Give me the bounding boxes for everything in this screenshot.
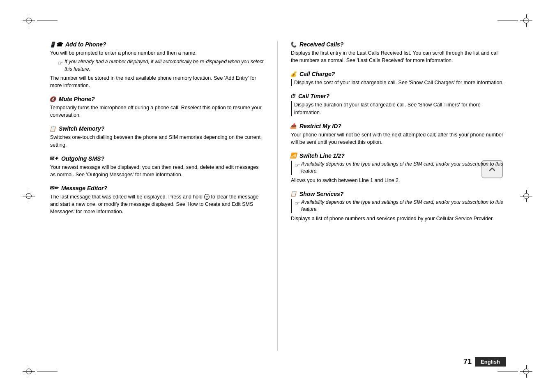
call-charge-icon: 💰 — [290, 71, 297, 77]
restrict-my-id-icon: 📤 — [290, 123, 297, 129]
left-column: 📱☎ Add to Phone? You will be prompted to… — [49, 41, 277, 351]
section-title-mute-phone: 🔇 Mute Phone? — [49, 96, 265, 102]
add-to-phone-para2: The number will be stored in the next av… — [50, 74, 265, 89]
mute-phone-para1: Temporarily turns the microphone off dur… — [50, 104, 265, 119]
section-title-switch-line: 📶 Switch Line 1/2? — [290, 152, 506, 159]
show-services-para1: Displays a list of phone numbers and ser… — [291, 215, 506, 222]
call-charge-body: Displays the cost of your last chargeabl… — [291, 79, 506, 86]
mute-phone-label: Mute Phone? — [59, 96, 95, 102]
section-switch-line: 📶 Switch Line 1/2? ☞ Availability depend… — [290, 152, 506, 184]
page-number-area: 71 English — [463, 357, 506, 367]
add-to-phone-label: Add to Phone? — [65, 41, 106, 48]
switch-memory-para1: Switches one-touch dialling between the … — [50, 134, 265, 148]
call-charge-label: Call Charge? — [299, 71, 335, 77]
rule-top-left — [37, 21, 58, 21]
rule-bottom-left — [37, 371, 58, 371]
received-calls-label: Received Calls? — [299, 41, 343, 48]
rule-bottom-right — [497, 371, 518, 371]
note-icon-switch-line: ☞ — [294, 161, 299, 169]
call-timer-para1: Displays the duration of your last charg… — [294, 101, 506, 116]
received-calls-icon: 📞 — [290, 42, 297, 48]
add-to-phone-icon: 📱☎ — [49, 42, 62, 48]
switch-memory-label: Switch Memory? — [59, 125, 104, 132]
restrict-my-id-label: Restrict My ID? — [299, 123, 341, 129]
message-editor-body: The last message that was edited will be… — [50, 193, 265, 215]
section-title-call-charge: 💰 Call Charge? — [290, 71, 506, 77]
language-badge: English — [475, 357, 506, 367]
call-timer-label: Call Timer? — [298, 93, 329, 99]
note-icon-1: ☞ — [58, 59, 63, 67]
crosshair-mid-right — [520, 190, 532, 202]
rule-top-right — [497, 21, 518, 21]
add-to-phone-note: ☞ If you already had a number displayed,… — [58, 58, 265, 73]
right-column: 📞 Received Calls? Displays the first ent… — [277, 41, 506, 351]
section-title-add-to-phone: 📱☎ Add to Phone? — [49, 41, 265, 48]
message-editor-para1: The last message that was edited will be… — [50, 193, 265, 215]
message-editor-icon: ✉✏ — [49, 185, 58, 191]
restrict-my-id-para1: Your phone number will not be sent with … — [291, 131, 506, 146]
section-outgoing-sms: ✉✦ Outgoing SMS? Your newest message wil… — [49, 155, 265, 178]
section-title-show-services: 📋 Show Services? — [290, 191, 506, 197]
show-services-note: ☞ Availability depends on the type and s… — [291, 199, 506, 213]
show-services-body: ☞ Availability depends on the type and s… — [291, 199, 506, 222]
show-services-icon: 📋 — [290, 191, 297, 197]
switch-line-note-text: Availability depends on the type and set… — [301, 161, 506, 175]
switch-memory-icon: 📋 — [49, 126, 56, 132]
call-timer-icon: ⏱ — [290, 93, 295, 99]
section-restrict-my-id: 📤 Restrict My ID? Your phone number will… — [290, 123, 506, 146]
section-mute-phone: 🔇 Mute Phone? Temporarily turns the micr… — [49, 96, 265, 119]
section-title-call-timer: ⏱ Call Timer? — [290, 93, 506, 99]
outgoing-sms-icon: ✉✦ — [49, 155, 58, 161]
switch-memory-body: Switches one-touch dialling between the … — [50, 134, 265, 148]
section-switch-memory: 📋 Switch Memory? Switches one-touch dial… — [49, 125, 265, 148]
call-timer-body: Displays the duration of your last charg… — [291, 101, 506, 116]
note-icon-show-services: ☞ — [294, 199, 299, 208]
section-title-received-calls: 📞 Received Calls? — [290, 41, 506, 48]
section-show-services: 📋 Show Services? ☞ Availability depends … — [290, 191, 506, 222]
section-message-editor: ✉✏ Message Editor? The last message that… — [49, 185, 265, 215]
add-to-phone-body: You will be prompted to enter a phone nu… — [50, 49, 265, 89]
mute-phone-body: Temporarily turns the microphone off dur… — [50, 104, 265, 119]
outgoing-sms-label: Outgoing SMS? — [61, 155, 104, 162]
crosshair-top-right — [520, 14, 532, 27]
switch-line-label: Switch Line 1/2? — [299, 152, 345, 159]
restrict-my-id-body: Your phone number will not be sent with … — [291, 131, 506, 146]
section-call-timer: ⏱ Call Timer? Displays the duration of y… — [290, 93, 506, 116]
add-to-phone-para1: You will be prompted to enter a phone nu… — [50, 49, 265, 57]
page-number: 71 — [463, 357, 472, 366]
crosshair-bottom-left — [23, 365, 35, 378]
section-title-outgoing-sms: ✉✦ Outgoing SMS? — [49, 155, 265, 162]
crosshair-bottom-right — [520, 365, 532, 378]
mute-phone-icon: 🔇 — [49, 96, 56, 102]
switch-line-body: ☞ Availability depends on the type and s… — [291, 161, 506, 184]
main-content: 📱☎ Add to Phone? You will be prompted to… — [49, 41, 506, 351]
section-title-restrict-my-id: 📤 Restrict My ID? — [290, 123, 506, 129]
received-calls-para1: Displays the first entry in the Last Cal… — [291, 49, 506, 64]
show-services-note-text: Availability depends on the type and set… — [301, 199, 506, 213]
section-call-charge: 💰 Call Charge? Displays the cost of your… — [290, 71, 506, 86]
received-calls-body: Displays the first entry in the Last Cal… — [291, 49, 506, 64]
outgoing-sms-body: Your newest message will be displayed; y… — [50, 164, 265, 178]
switch-line-icon: 📶 — [290, 152, 297, 159]
outgoing-sms-para1: Your newest message will be displayed; y… — [50, 164, 265, 178]
section-received-calls: 📞 Received Calls? Displays the first ent… — [290, 41, 506, 64]
message-editor-label: Message Editor? — [61, 185, 107, 191]
crosshair-top-left — [23, 14, 35, 27]
c-button-icon: c — [204, 194, 210, 200]
switch-line-para1: Allows you to switch between Line 1 and … — [291, 177, 506, 184]
section-title-switch-memory: 📋 Switch Memory? — [49, 125, 265, 132]
switch-line-note: ☞ Availability depends on the type and s… — [291, 161, 506, 175]
section-add-to-phone: 📱☎ Add to Phone? You will be prompted to… — [49, 41, 265, 89]
call-charge-para1: Displays the cost of your last chargeabl… — [294, 79, 506, 86]
show-services-label: Show Services? — [299, 191, 343, 197]
section-title-message-editor: ✉✏ Message Editor? — [49, 185, 265, 191]
add-to-phone-note-text: If you already had a number displayed, i… — [64, 58, 265, 73]
crosshair-mid-left — [23, 190, 35, 202]
